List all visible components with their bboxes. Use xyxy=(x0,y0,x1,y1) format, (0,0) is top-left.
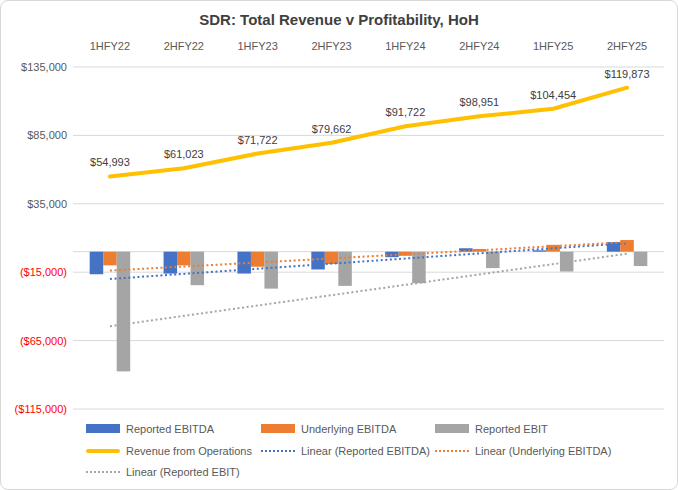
bar-reported-ebit-2hfy25[interactable] xyxy=(634,252,648,266)
legend-line-swatch-icon xyxy=(86,449,120,453)
bar-reported-ebitda-1hfy22[interactable] xyxy=(90,252,104,275)
category-label-2hfy25: 2HFY25 xyxy=(607,40,647,52)
plot-area: $135,000$85,000$35,000($15,000)($65,000)… xyxy=(1,1,678,490)
legend-dotted-swatch-icon xyxy=(435,450,469,452)
y-axis-label-65-000: ($65,000) xyxy=(20,335,67,347)
bar-underlying-ebitda-2hfy25[interactable] xyxy=(620,240,634,252)
data-label-1hfy22: $54,993 xyxy=(90,156,130,168)
bar-underlying-ebitda-1hfy25[interactable] xyxy=(546,245,560,252)
legend-item-revenue-from-operations[interactable]: Revenue from Operations xyxy=(86,444,252,457)
legend-dotted-swatch-icon xyxy=(261,450,295,452)
legend-item-underlying-ebitda[interactable]: Underlying EBITDA xyxy=(261,422,396,435)
legend-label-revenue-from-operations: Revenue from Operations xyxy=(126,445,252,457)
y-axis-label-15-000: ($15,000) xyxy=(20,266,67,278)
data-label-2hfy23: $79,662 xyxy=(312,123,352,135)
legend-item-linear-reported-ebit[interactable]: Linear (Reported EBIT) xyxy=(86,465,240,478)
legend-bar-swatch-icon xyxy=(86,424,120,433)
legend-item-reported-ebitda[interactable]: Reported EBITDA xyxy=(86,422,214,435)
data-label-1hfy25: $104,454 xyxy=(530,89,576,101)
legend-bar-swatch-icon xyxy=(435,424,469,433)
legend-dotted-swatch-icon xyxy=(86,471,120,473)
bar-reported-ebit-1hfy23[interactable] xyxy=(264,252,278,289)
legend-bar-swatch-icon xyxy=(261,424,295,433)
legend-label-linear-reported-ebit: Linear (Reported EBIT) xyxy=(126,466,240,478)
bar-reported-ebit-1hfy22[interactable] xyxy=(117,252,131,372)
legend-item-linear-underlying-ebitda[interactable]: Linear (Underlying EBITDA) xyxy=(435,444,611,457)
category-label-1hfy23: 1HFY23 xyxy=(238,40,278,52)
data-label-2hfy24: $98,951 xyxy=(459,96,499,108)
bar-reported-ebitda-2hfy25[interactable] xyxy=(607,242,621,252)
category-label-1hfy24: 1HFY24 xyxy=(385,40,425,52)
legend-item-reported-ebit[interactable]: Reported EBIT xyxy=(435,422,548,435)
category-label-1hfy25: 1HFY25 xyxy=(533,40,573,52)
bar-reported-ebit-2hfy24[interactable] xyxy=(486,252,500,268)
data-label-1hfy24: $91,722 xyxy=(386,106,426,118)
y-axis-label-135-000: $135,000 xyxy=(21,61,67,73)
bar-underlying-ebitda-1hfy22[interactable] xyxy=(103,252,117,266)
legend-label-reported-ebitda: Reported EBITDA xyxy=(126,423,214,435)
bar-underlying-ebitda-1hfy23[interactable] xyxy=(251,252,265,267)
legend-item-linear-reported-ebitda[interactable]: Linear (Reported EBITDA) xyxy=(261,444,430,457)
bar-reported-ebitda-1hfy25[interactable] xyxy=(533,250,547,251)
data-label-2hfy22: $61,023 xyxy=(164,148,204,160)
category-label-2hfy23: 2HFY23 xyxy=(311,40,351,52)
line-revenue-from-operations[interactable] xyxy=(110,88,627,177)
bar-reported-ebitda-2hfy23[interactable] xyxy=(311,252,325,270)
y-axis-label-35-000: $35,000 xyxy=(27,198,67,210)
legend-label-linear-reported-ebitda: Linear (Reported EBITDA) xyxy=(301,445,430,457)
legend-label-linear-underlying-ebitda: Linear (Underlying EBITDA) xyxy=(475,445,611,457)
category-label-2hfy24: 2HFY24 xyxy=(459,40,499,52)
bar-underlying-ebitda-2hfy22[interactable] xyxy=(177,252,191,266)
y-axis-label-85-000: $85,000 xyxy=(27,129,67,141)
category-label-1hfy22: 1HFY22 xyxy=(90,40,130,52)
bar-reported-ebitda-2hfy24[interactable] xyxy=(459,248,473,251)
legend-label-underlying-ebitda: Underlying EBITDA xyxy=(301,423,396,435)
data-label-2hfy25: $119,873 xyxy=(605,68,650,80)
bar-reported-ebitda-2hfy22[interactable] xyxy=(164,252,178,274)
legend-label-reported-ebit: Reported EBIT xyxy=(475,423,548,435)
chart: SDR: Total Revenue v Profitability, HoH … xyxy=(0,0,678,490)
bar-reported-ebit-2hfy22[interactable] xyxy=(191,252,205,286)
category-label-2hfy22: 2HFY22 xyxy=(164,40,204,52)
y-axis-label-115-000: ($115,000) xyxy=(15,403,67,415)
data-label-1hfy23: $71,722 xyxy=(238,134,278,146)
